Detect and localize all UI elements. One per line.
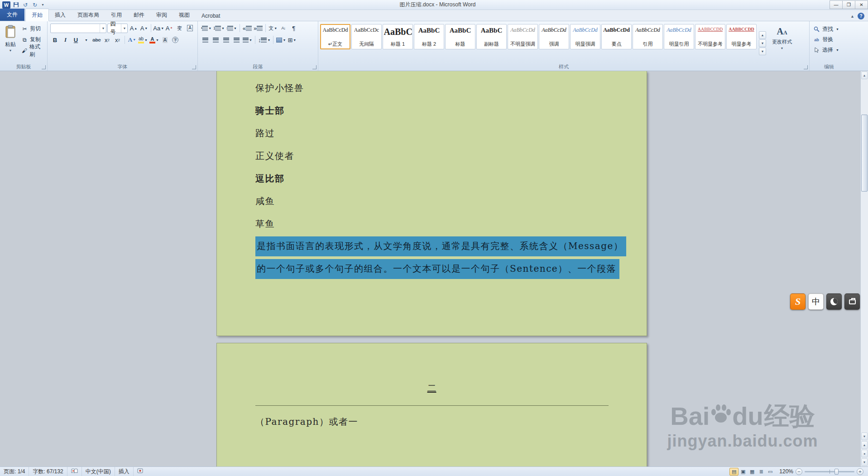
font-name-combo[interactable]: ▼	[50, 24, 106, 33]
style-chip-intense-quote[interactable]: AaBbCcDd 明显引用	[664, 24, 694, 49]
format-painter-button[interactable]: 🖌 格式刷	[20, 46, 46, 55]
document-page-2[interactable]: 二 （Paragraph）或者一	[216, 343, 647, 466]
document-line[interactable]: 正义使者	[255, 144, 609, 167]
ime-fullwidth-button[interactable]	[826, 293, 842, 310]
ime-toolbox-button[interactable]	[844, 293, 860, 310]
paste-dropdown-icon[interactable]: ▼	[9, 49, 12, 52]
justify-button[interactable]	[232, 35, 241, 45]
style-gallery-more-icon[interactable]: ▼	[759, 48, 766, 55]
sort-button[interactable]: A↓	[278, 24, 288, 33]
character-shading-button[interactable]: A	[160, 35, 170, 45]
character-border-button[interactable]: A	[185, 24, 195, 33]
style-chip-heading1[interactable]: AaBbC 标题 1	[383, 24, 413, 49]
style-chip-normal[interactable]: AaBbCcDd ↵正文	[320, 24, 350, 49]
paste-button[interactable]: 粘贴 ▼	[1, 22, 20, 63]
cut-button[interactable]: ✂ 剪切	[20, 24, 46, 34]
style-chip-title[interactable]: AaBbC 标题	[445, 24, 475, 49]
document-line[interactable]: 逗比部	[255, 167, 609, 190]
italic-button[interactable]: I	[61, 35, 70, 45]
tab-references[interactable]: 引用	[105, 9, 128, 21]
strikethrough-button[interactable]: abe	[92, 35, 101, 45]
style-chip-heading2[interactable]: AaBbC 标题 2	[414, 24, 444, 49]
style-gallery-down-icon[interactable]: ▼	[759, 39, 766, 47]
decrease-indent-button[interactable]: «	[242, 24, 252, 33]
ime-language-button[interactable]: 中	[808, 293, 824, 310]
previous-page-icon[interactable]: ▲	[861, 441, 868, 449]
document-page-1[interactable]: 保护小怪兽 骑士部 路过 正义使者 逗比部 咸鱼 草鱼 是指书面语言的表现形式，…	[216, 71, 647, 336]
status-word-count[interactable]: 字数: 67/132	[29, 467, 67, 476]
zoom-slider-thumb[interactable]	[834, 469, 839, 475]
bullets-button[interactable]: •▼	[201, 24, 212, 33]
style-chip-intense-reference[interactable]: AABBCCDD 明显参考	[726, 24, 757, 49]
tab-acrobat[interactable]: Acrobat	[196, 10, 226, 21]
change-styles-button[interactable]: AA 更改样式 ▼	[767, 23, 796, 63]
clipboard-dialog-launcher[interactable]	[42, 65, 46, 69]
style-chip-subtle-reference[interactable]: AABBCCDD 不明显参考	[695, 24, 725, 49]
subscript-button[interactable]: x2	[102, 35, 112, 45]
zoom-slider[interactable]	[805, 471, 854, 472]
font-size-dropdown-icon[interactable]: ▼	[121, 24, 127, 33]
zoom-level[interactable]: 120%	[779, 468, 793, 475]
next-page-icon[interactable]: ▼	[861, 458, 868, 466]
undo-icon[interactable]: ↺	[21, 1, 29, 9]
zoom-out-icon[interactable]: −	[796, 468, 802, 475]
scroll-down-icon[interactable]: ▼	[861, 433, 868, 440]
style-chip-no-spacing[interactable]: AaBbCcDc 无间隔	[351, 24, 382, 49]
styles-dialog-launcher[interactable]	[804, 65, 808, 69]
document-line[interactable]: 骑士部	[255, 99, 609, 122]
scroll-up-icon[interactable]: ▲	[861, 72, 868, 79]
selected-text-line[interactable]: 是指书面语言的表现形式，从文学角度说，通常是具有完整、系统含义（Message）	[255, 235, 609, 258]
multilevel-list-button[interactable]: ⁝▼	[226, 24, 237, 33]
document-canvas[interactable]: 保护小怪兽 骑士部 路过 正义使者 逗比部 咸鱼 草鱼 是指书面语言的表现形式，…	[0, 71, 860, 466]
tab-home[interactable]: 开始	[25, 9, 49, 21]
scrollbar-thumb[interactable]	[861, 115, 868, 192]
line-spacing-button[interactable]: ↕▼	[258, 35, 271, 45]
underline-button[interactable]: U	[71, 35, 81, 45]
font-size-combo[interactable]: 四号 ▼	[107, 24, 128, 33]
tab-page-layout[interactable]: 页面布局	[72, 9, 105, 21]
align-right-button[interactable]	[221, 35, 231, 45]
style-chip-subtle-emphasis[interactable]: AaBbCcDd 不明显强调	[508, 24, 538, 49]
show-marks-button[interactable]: ¶	[289, 24, 298, 33]
highlight-color-button[interactable]: ab▼	[138, 35, 148, 45]
minimize-icon[interactable]: —	[830, 0, 843, 9]
document-line[interactable]: 路过	[255, 122, 609, 144]
align-left-button[interactable]	[201, 35, 210, 45]
view-web-layout-icon[interactable]: ▦	[748, 468, 757, 476]
page2-heading[interactable]: 二	[217, 382, 647, 394]
qat-dropdown-icon[interactable]: ▼	[40, 1, 45, 9]
ime-sogou-button[interactable]: S	[790, 293, 806, 310]
style-chip-strong[interactable]: AaBbCcDd 要点	[601, 24, 632, 49]
collapse-ribbon-icon[interactable]: ▲	[850, 14, 854, 19]
borders-button[interactable]: ⊞▼	[287, 35, 297, 45]
grow-font-button[interactable]: A▲	[129, 24, 138, 33]
document-line[interactable]: 保护小怪兽	[255, 77, 609, 99]
clear-formatting-button[interactable]: A✦	[164, 24, 174, 33]
asian-layout-button[interactable]: 文▼	[268, 24, 278, 33]
view-draft-icon[interactable]: ▭	[766, 468, 775, 476]
distribute-button[interactable]: ▼	[242, 35, 253, 45]
bold-button[interactable]: B	[50, 35, 60, 45]
tab-file[interactable]: 文件	[0, 9, 24, 21]
style-chip-subtitle[interactable]: AaBbC 副标题	[476, 24, 507, 49]
help-icon[interactable]: ?	[858, 13, 864, 19]
replace-button[interactable]: ab 替换	[812, 35, 846, 44]
zoom-in-icon[interactable]: +	[857, 468, 863, 475]
shrink-font-button[interactable]: A▼	[139, 24, 149, 33]
align-center-button[interactable]	[211, 35, 221, 45]
status-language[interactable]: 中文(中国)	[82, 467, 115, 476]
vertical-scrollbar[interactable]: ▲ ▼ ▲ ● ▼	[860, 71, 868, 466]
font-color-button[interactable]: A▼	[149, 35, 159, 45]
document-line[interactable]: 草鱼	[255, 212, 609, 235]
style-chip-emphasis[interactable]: AaBbCcDd 强调	[539, 24, 569, 49]
select-button[interactable]: 选择 ▼	[812, 46, 846, 54]
enclose-characters-button[interactable]: 字	[171, 35, 180, 45]
tab-mailings[interactable]: 邮件	[128, 9, 150, 21]
status-macro-record[interactable]	[134, 467, 147, 476]
font-name-dropdown-icon[interactable]: ▼	[100, 24, 106, 33]
style-gallery-up-icon[interactable]: ▲	[759, 31, 766, 39]
paragraph-dialog-launcher[interactable]	[312, 65, 317, 69]
view-outline-icon[interactable]: ≣	[757, 468, 766, 476]
close-icon[interactable]: ✕	[855, 0, 868, 9]
browse-object-icon[interactable]: ●	[861, 450, 868, 457]
